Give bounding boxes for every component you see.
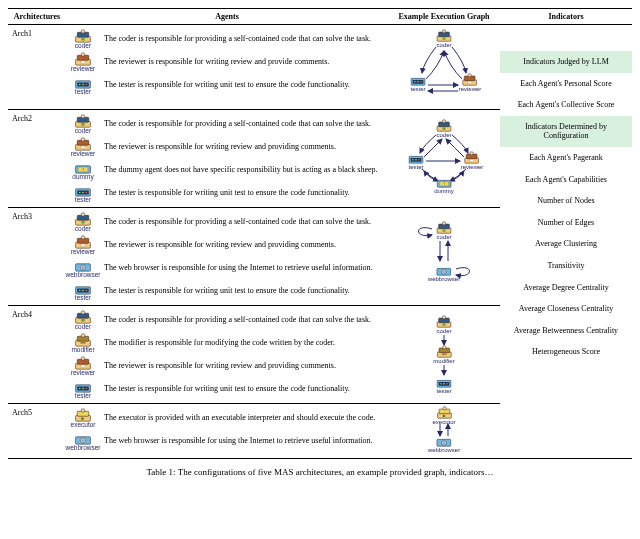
agent-icon-wrap: webbrowser [66, 431, 100, 452]
agent-desc: The tester is responsible for writing un… [104, 188, 386, 197]
agent-icon-wrap: tester [66, 183, 100, 204]
arch-graph: coder tester reviewer dummy [388, 110, 500, 208]
reviewer-icon [461, 73, 479, 86]
agent-row: reviewer The reviewer is responsible for… [66, 51, 386, 73]
graph-node-label: dummy [434, 188, 454, 194]
graph-node: webbrowser [428, 263, 460, 282]
agent-icon-wrap: coder [66, 212, 100, 233]
agent-role-label: reviewer [71, 151, 96, 158]
tester-icon [407, 151, 425, 164]
agent-icon-wrap: reviewer [66, 235, 100, 256]
arch-graph: coder modifier tester [388, 306, 500, 404]
agent-row: coder The coder is responsible for provi… [66, 113, 386, 135]
indicator-item: Each Agent's Collective Score [500, 94, 632, 116]
indicator-item: Number of Edges [500, 212, 632, 234]
graph-node-label: reviewer [461, 164, 484, 170]
arch-name: Arch3 [8, 208, 66, 306]
graph-node-label: coder [436, 132, 451, 138]
graph-node-label: reviewer [459, 86, 482, 92]
agent-role-label: coder [75, 324, 91, 331]
tester-icon [435, 375, 453, 388]
tester-icon [73, 281, 93, 295]
indicator-item: Average Degree Centrality [500, 277, 632, 299]
agent-icon-wrap: tester [66, 75, 100, 96]
graph-node: coder [435, 119, 453, 138]
coder-icon [435, 221, 453, 234]
coder-icon [435, 315, 453, 328]
figure-table: Architectures Agents Example Execution G… [8, 8, 632, 459]
agent-row: tester The tester is responsible for wri… [66, 74, 386, 96]
arch-graph: coder tester reviewer [388, 25, 500, 110]
indicator-item: Average Closeness Centrality [500, 298, 632, 320]
coder-icon [435, 29, 453, 42]
agent-role-label: modifier [71, 347, 94, 354]
indicator-group-head: Indicators Judged by LLM [500, 51, 632, 73]
arch-name: Arch1 [8, 25, 66, 110]
graph-node-label: coder [436, 328, 451, 334]
caption-prefix: Table 1: [146, 467, 177, 477]
graph-node-label: tester [408, 164, 423, 170]
agent-row: coder The coder is responsible for provi… [66, 309, 386, 331]
agent-role-label: webbrowser [65, 445, 100, 452]
agent-desc: The coder is responsible for providing a… [104, 34, 386, 43]
agent-row: dummy The dummy agent does not have spec… [66, 159, 386, 181]
arch-agents: executor The executor is provided with a… [66, 404, 388, 459]
indicator-item: Transitivity [500, 255, 632, 277]
coder-icon [435, 119, 453, 132]
agent-desc: The web browser is responsible for using… [104, 436, 386, 445]
agent-row: reviewer The reviewer is responsible for… [66, 355, 386, 377]
agent-role-label: tester [75, 295, 91, 302]
arch-graph: coder webbrowser [388, 208, 500, 306]
graph-node: coder [435, 315, 453, 334]
agent-role-label: coder [75, 226, 91, 233]
agent-desc: The web browser is responsible for using… [104, 263, 386, 272]
agent-role-label: reviewer [71, 66, 96, 73]
agent-desc: The coder is responsible for providing a… [104, 119, 386, 128]
web-icon [73, 258, 93, 272]
indicator-item: Heterogeneous Score [500, 341, 632, 363]
graph-node-label: tester [410, 86, 425, 92]
arch-row: Arch1 coder The coder is responsible for… [8, 25, 632, 110]
reviewer-icon [463, 151, 481, 164]
graph-node-label: coder [436, 42, 451, 48]
agent-row: tester The tester is responsible for wri… [66, 280, 386, 302]
agent-icon-wrap: webbrowser [66, 258, 100, 279]
agent-desc: The modifier is responsible for modifyin… [104, 338, 386, 347]
indicators-column: Indicators Judged by LLMEach Agent's Per… [500, 25, 632, 363]
agent-desc: The dummy agent does not have specific r… [104, 165, 386, 174]
graph-node: executor [432, 406, 455, 425]
web-icon [435, 263, 453, 276]
agent-icon-wrap: modifier [66, 333, 100, 354]
arch-graph: executor webbrowser [388, 404, 500, 459]
graph-node: reviewer [461, 151, 484, 170]
agent-row: webbrowser The web browser is responsibl… [66, 430, 386, 452]
arch-agents: coder The coder is responsible for provi… [66, 208, 388, 306]
reviewer-icon [73, 137, 93, 151]
executor-icon [73, 408, 93, 422]
agent-role-label: webbrowser [65, 272, 100, 279]
tester-icon [73, 379, 93, 393]
dummy-icon [435, 175, 453, 188]
graph-node-label: tester [436, 388, 451, 394]
indicator-item: Each Agent's Capabilities [500, 169, 632, 191]
execution-graph: executor webbrowser [394, 406, 494, 456]
indicator-item: Average Clustering [500, 233, 632, 255]
graph-node: tester [407, 151, 425, 170]
graph-node-label: webbrowser [428, 447, 460, 453]
graph-node: modifier [433, 345, 454, 364]
agent-row: executor The executor is provided with a… [66, 407, 386, 429]
agent-row: modifier The modifier is responsible for… [66, 332, 386, 354]
arch-agents: coder The coder is responsible for provi… [66, 306, 388, 404]
indicator-item: Number of Nodes [500, 190, 632, 212]
arch-name: Arch5 [8, 404, 66, 459]
agent-role-label: tester [75, 393, 91, 400]
caption-rest: The configurations of five MAS architect… [178, 467, 494, 477]
agent-role-label: dummy [72, 174, 93, 181]
agent-icon-wrap: reviewer [66, 137, 100, 158]
execution-graph: coder webbrowser [394, 217, 494, 297]
coder-icon [73, 114, 93, 128]
web-icon [435, 434, 453, 447]
agent-row: reviewer The reviewer is responsible for… [66, 234, 386, 256]
agent-row: coder The coder is responsible for provi… [66, 211, 386, 233]
agent-desc: The reviewer is responsible for writing … [104, 57, 386, 66]
